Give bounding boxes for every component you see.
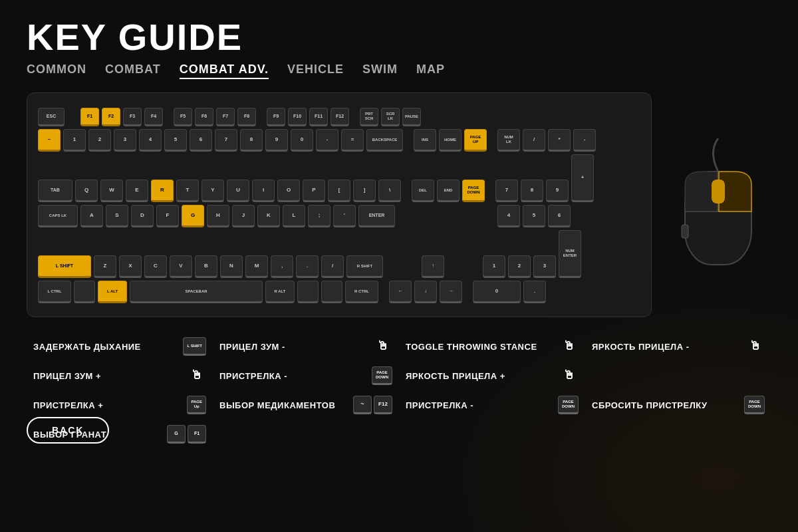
key-end[interactable]: END	[437, 180, 460, 202]
key-f9[interactable]: F9	[267, 108, 285, 126]
key-z[interactable]: Z	[94, 255, 116, 278]
key-num8[interactable]: 8	[521, 180, 543, 202]
key-home[interactable]: HOME	[439, 129, 462, 152]
key-num4[interactable]: 4	[497, 205, 520, 227]
key-num-minus[interactable]: -	[573, 129, 596, 152]
key-y[interactable]: Y	[201, 180, 224, 202]
key-f2[interactable]: F2	[102, 108, 120, 126]
key-9[interactable]: 9	[265, 129, 288, 152]
key-minus[interactable]: -	[316, 129, 338, 152]
key-rctrl[interactable]: R CTRL	[345, 281, 378, 303]
key-num2[interactable]: 2	[508, 255, 531, 278]
key-i[interactable]: I	[252, 180, 275, 202]
key-rshift[interactable]: R SHIFT	[346, 255, 383, 278]
key-pause[interactable]: PAUSE	[402, 108, 421, 126]
key-f8[interactable]: F8	[237, 108, 256, 126]
key-num-slash[interactable]: /	[523, 129, 545, 152]
key-space[interactable]: SPACEBAR	[130, 281, 263, 303]
tab-combat-adv[interactable]: COMBAT ADV.	[180, 63, 269, 79]
key-1[interactable]: 1	[63, 129, 86, 152]
key-num-star[interactable]: *	[548, 129, 571, 152]
key-2[interactable]: 2	[88, 129, 111, 152]
key-b[interactable]: B	[195, 255, 217, 278]
key-w[interactable]: W	[100, 180, 123, 202]
key-menu[interactable]	[321, 281, 342, 303]
key-p[interactable]: P	[303, 180, 325, 202]
key-a[interactable]: A	[80, 205, 103, 227]
key-pagedown[interactable]: PAGEDOWN	[462, 180, 485, 202]
key-comma[interactable]: ,	[271, 255, 293, 278]
key-5[interactable]: 5	[164, 129, 187, 152]
tab-map[interactable]: MAP	[416, 63, 445, 78]
key-enter[interactable]: ENTER	[358, 205, 395, 227]
key-3[interactable]: 3	[114, 129, 136, 152]
key-pageup[interactable]: PAGEUP	[464, 129, 487, 152]
key-k[interactable]: K	[257, 205, 280, 227]
key-num6[interactable]: 6	[548, 205, 571, 227]
key-esc[interactable]: ESC	[38, 108, 65, 126]
key-caps[interactable]: CAPS LK	[38, 205, 78, 227]
key-period[interactable]: .	[296, 255, 319, 278]
key-prtscr[interactable]: PRTSCR	[360, 108, 378, 126]
key-x[interactable]: X	[119, 255, 142, 278]
key-num1[interactable]: 1	[483, 255, 505, 278]
key-num7[interactable]: 7	[495, 180, 518, 202]
key-right[interactable]: →	[440, 281, 462, 303]
key-num0[interactable]: 0	[473, 281, 521, 303]
tab-vehicle[interactable]: VEHICLE	[287, 63, 344, 78]
key-win-r[interactable]	[297, 281, 319, 303]
key-q[interactable]: Q	[75, 180, 98, 202]
key-o[interactable]: O	[277, 180, 300, 202]
key-h[interactable]: H	[207, 205, 229, 227]
key-f4[interactable]: F4	[144, 108, 163, 126]
key-f10[interactable]: F10	[288, 108, 307, 126]
key-num5[interactable]: 5	[523, 205, 545, 227]
key-l[interactable]: L	[283, 205, 305, 227]
key-8[interactable]: 8	[240, 129, 263, 152]
back-button[interactable]: BACK	[27, 417, 109, 444]
key-6[interactable]: 6	[190, 129, 212, 152]
key-7[interactable]: 7	[215, 129, 237, 152]
key-tilde[interactable]: ~	[38, 129, 61, 152]
key-lshift[interactable]: L SHIFT	[38, 255, 91, 278]
key-ins[interactable]: INS	[414, 129, 436, 152]
key-lalt[interactable]: L ALT	[98, 281, 127, 303]
key-slash[interactable]: /	[321, 255, 344, 278]
key-numdot[interactable]: .	[523, 281, 546, 303]
tab-common[interactable]: COMMON	[27, 63, 86, 78]
key-f[interactable]: F	[156, 205, 179, 227]
key-backslash[interactable]: \	[378, 180, 401, 202]
key-t[interactable]: T	[176, 180, 199, 202]
key-j[interactable]: J	[232, 205, 255, 227]
key-up[interactable]: ↑	[422, 255, 444, 278]
key-g[interactable]: G	[182, 205, 204, 227]
tab-combat[interactable]: COMBAT	[105, 63, 161, 78]
key-num-plus[interactable]: +	[571, 154, 594, 202]
key-n[interactable]: N	[220, 255, 243, 278]
key-c[interactable]: C	[144, 255, 167, 278]
key-f1[interactable]: F1	[80, 108, 99, 126]
key-f3[interactable]: F3	[123, 108, 142, 126]
key-quote[interactable]: '	[333, 205, 356, 227]
key-win-l[interactable]	[74, 281, 95, 303]
key-numlk[interactable]: NUMLK	[497, 129, 520, 152]
key-e[interactable]: E	[126, 180, 148, 202]
key-s[interactable]: S	[106, 205, 128, 227]
key-0[interactable]: 0	[291, 129, 313, 152]
key-down[interactable]: ↓	[414, 281, 437, 303]
key-numenter[interactable]: NUMENTER	[559, 230, 581, 278]
key-del[interactable]: DEL	[412, 180, 434, 202]
key-rbracket[interactable]: ]	[353, 180, 376, 202]
key-d[interactable]: D	[131, 205, 154, 227]
key-lctrl[interactable]: L CTRL	[38, 281, 71, 303]
key-semicolon[interactable]: ;	[308, 205, 331, 227]
key-m[interactable]: M	[245, 255, 268, 278]
key-f5[interactable]: F5	[174, 108, 192, 126]
key-equals[interactable]: =	[341, 129, 364, 152]
key-lbracket[interactable]: [	[328, 180, 350, 202]
key-u[interactable]: U	[227, 180, 249, 202]
key-r[interactable]: R	[151, 180, 174, 202]
key-backspace[interactable]: BACKSPACE	[366, 129, 403, 152]
key-scrlk[interactable]: SCRLK	[381, 108, 400, 126]
key-f6[interactable]: F6	[195, 108, 213, 126]
